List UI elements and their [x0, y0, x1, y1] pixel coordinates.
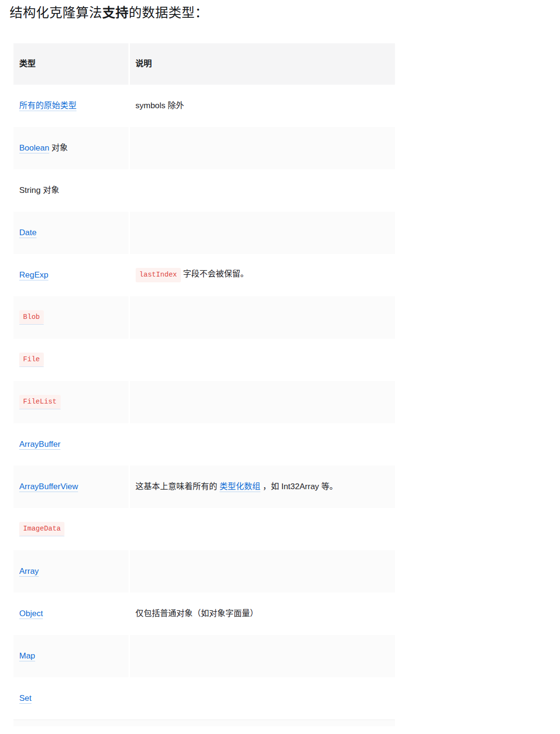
table-row: RegExplastIndex 字段不会被保留。 — [13, 254, 395, 296]
type-cell: Set — [13, 677, 129, 720]
table-link[interactable]: ArrayBufferView — [19, 482, 78, 491]
description-cell — [129, 339, 395, 381]
table-link[interactable]: ArrayBuffer — [19, 440, 61, 449]
code-link[interactable]: ImageData — [19, 522, 64, 537]
title-text: 的数据类型： — [129, 6, 208, 20]
description-cell — [129, 550, 395, 593]
code-chip: lastIndex — [136, 268, 181, 282]
table-row: FileList — [13, 381, 395, 423]
table-row: File — [13, 339, 395, 381]
table-link[interactable]: Map — [19, 651, 35, 660]
type-cell: FileList — [13, 381, 129, 423]
type-cell: Array — [13, 550, 129, 593]
description-cell — [129, 296, 395, 339]
type-cell: Object — [13, 593, 129, 635]
table-link[interactable]: Array — [19, 567, 39, 576]
type-cell: File — [13, 339, 129, 381]
table-row: String 对象 — [13, 169, 395, 212]
type-cell: Boolean 对象 — [13, 127, 129, 169]
table-row: Blob — [13, 296, 395, 339]
description-cell — [129, 212, 395, 254]
description-cell — [129, 677, 395, 720]
table-link[interactable]: RegExp — [19, 270, 48, 279]
code-chip: Blob — [19, 310, 44, 325]
table-link[interactable]: Set — [19, 694, 32, 703]
description-cell: symbols 除外 — [129, 85, 395, 127]
description-cell — [129, 127, 395, 169]
type-cell: ArrayBuffer — [13, 423, 129, 466]
table-row: Array — [13, 550, 395, 593]
cell-text: 仅包括普通对象（如对象字面量） — [136, 609, 258, 618]
column-header-description: 说明 — [129, 43, 395, 85]
title-text: 结构化克隆算法 — [10, 6, 102, 20]
cell-text: 对象 — [49, 143, 68, 152]
table-row: Map — [13, 635, 395, 677]
column-header-type: 类型 — [13, 43, 129, 85]
page-title: 结构化克隆算法支持的数据类型： — [10, 4, 560, 22]
cell-text: 字段不会被保留。 — [181, 269, 249, 278]
cell-text: symbols 除外 — [136, 101, 184, 110]
description-cell: lastIndex 字段不会被保留。 — [129, 254, 395, 296]
cell-text: 这基本上意味着所有的 — [136, 482, 220, 491]
code-chip: File — [19, 353, 44, 367]
table-link[interactable]: Object — [19, 609, 43, 618]
table-link[interactable]: 类型化数组 — [219, 482, 260, 491]
table-header-row: 类型 说明 — [13, 43, 395, 85]
description-cell — [129, 423, 395, 466]
table-row: ImageData — [13, 508, 395, 550]
table-link[interactable]: 所有的原始类型 — [19, 101, 76, 110]
table-row: Object仅包括普通对象（如对象字面量） — [13, 593, 395, 635]
description-cell: 仅包括普通对象（如对象字面量） — [129, 593, 395, 635]
clipped-next-row — [13, 720, 395, 726]
type-cell: Blob — [13, 296, 129, 339]
code-chip: ImageData — [19, 522, 64, 536]
table-row: ArrayBufferView这基本上意味着所有的 类型化数组 ，如 Int32… — [13, 466, 395, 508]
description-cell — [129, 381, 395, 423]
code-link[interactable]: File — [19, 353, 44, 367]
table-link[interactable]: Boolean — [19, 143, 49, 152]
cell-text: ，如 Int32Array 等。 — [260, 482, 338, 491]
type-cell: ArrayBufferView — [13, 466, 129, 508]
description-cell — [129, 508, 395, 550]
table-row: Set — [13, 677, 395, 720]
code-link[interactable]: FileList — [19, 395, 61, 410]
type-cell: Date — [13, 212, 129, 254]
table-row: 所有的原始类型symbols 除外 — [13, 85, 395, 127]
table-row: Date — [13, 212, 395, 254]
table-link[interactable]: Date — [19, 228, 37, 237]
type-cell: String 对象 — [13, 169, 129, 212]
type-cell: 所有的原始类型 — [13, 85, 129, 127]
code-chip: FileList — [19, 395, 61, 409]
type-cell: ImageData — [13, 508, 129, 550]
cell-text: String 对象 — [19, 186, 59, 195]
table-row: Boolean 对象 — [13, 127, 395, 169]
description-cell — [129, 635, 395, 677]
table-row: ArrayBuffer — [13, 423, 395, 466]
description-cell: 这基本上意味着所有的 类型化数组 ，如 Int32Array 等。 — [129, 466, 395, 508]
supported-types-table: 类型 说明 所有的原始类型symbols 除外Boolean 对象String … — [13, 43, 395, 720]
title-bold-text: 支持 — [102, 6, 129, 20]
type-cell: RegExp — [13, 254, 129, 296]
description-cell — [129, 169, 395, 212]
code-link[interactable]: Blob — [19, 310, 44, 325]
type-cell: Map — [13, 635, 129, 677]
